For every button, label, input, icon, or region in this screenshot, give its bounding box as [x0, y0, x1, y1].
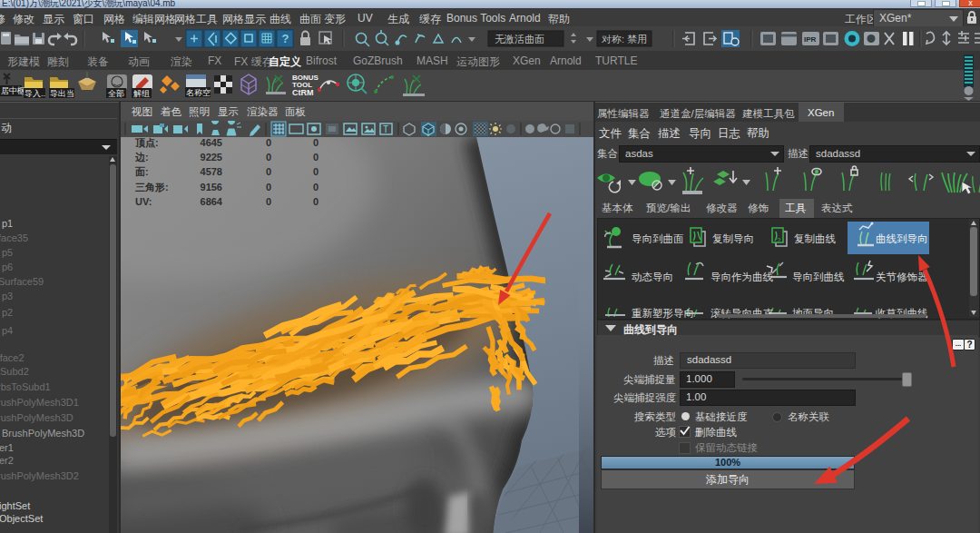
svg-text:0: 0 — [266, 166, 271, 177]
svg-text:0: 0 — [266, 196, 271, 207]
svg-text:?: ? — [282, 32, 289, 45]
svg-text:0: 0 — [313, 137, 318, 148]
svg-text:0: 0 — [313, 182, 318, 192]
svg-text:导入..: 导入.. — [24, 89, 45, 98]
svg-text:对称: 禁用: 对称: 禁用 — [602, 34, 647, 44]
svg-text:T: T — [383, 124, 388, 134]
svg-text:边:: 边: — [134, 152, 149, 163]
svg-text:全部: 全部 — [108, 89, 124, 98]
svg-text:4645: 4645 — [201, 137, 222, 148]
svg-text:UV:: UV: — [135, 196, 152, 207]
svg-text:4578: 4578 — [201, 166, 222, 177]
svg-text:9225: 9225 — [201, 152, 222, 163]
svg-text:6864: 6864 — [201, 196, 223, 207]
svg-text:居中枢: 居中枢 — [1, 86, 25, 95]
svg-text:三角形:: 三角形: — [135, 182, 169, 193]
svg-text:面:: 面: — [134, 166, 149, 177]
svg-text:顶点:: 顶点: — [134, 137, 159, 148]
svg-text:导出当: 导出当 — [50, 89, 74, 98]
svg-text:0: 0 — [266, 137, 271, 148]
svg-text:0: 0 — [313, 152, 318, 163]
svg-text:IPR: IPR — [804, 35, 817, 44]
svg-text:0: 0 — [313, 166, 318, 177]
svg-text:9156: 9156 — [201, 182, 222, 192]
svg-text:名称空: 名称空 — [186, 88, 211, 97]
svg-text:0: 0 — [313, 196, 318, 207]
svg-text:?: ? — [777, 236, 781, 244]
svg-text:0: 0 — [266, 182, 271, 192]
svg-text:解组: 解组 — [133, 89, 150, 98]
svg-text:0: 0 — [266, 152, 271, 163]
svg-text:CtRM: CtRM — [292, 88, 314, 97]
svg-text:无激活曲面: 无激活曲面 — [495, 34, 544, 44]
